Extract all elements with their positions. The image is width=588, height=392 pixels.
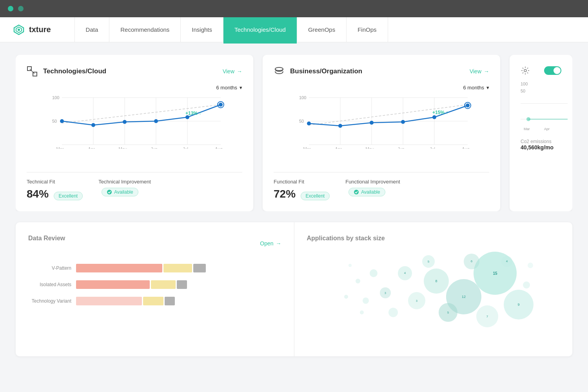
bar-label-1: Isolated Assets: [28, 282, 71, 287]
svg-text:100: 100: [52, 95, 59, 100]
svg-point-74: [388, 308, 398, 317]
card1-chart: 100 50: [27, 94, 242, 164]
svg-point-73: [370, 269, 377, 277]
card1-title-area: Technologies/Cloud: [27, 66, 106, 77]
svg-text:Apr: Apr: [544, 127, 550, 131]
svg-text:Aug: Aug: [462, 147, 470, 149]
card1-title: Technologies/Cloud: [43, 67, 106, 75]
card2-months-selector[interactable]: 6 months ▾: [274, 85, 489, 91]
bar-row-2: Technology Variant: [28, 297, 281, 305]
svg-text:8: 8: [435, 279, 437, 283]
settings-icon[interactable]: [521, 66, 530, 75]
svg-text:Jul: Jul: [430, 147, 435, 149]
bar-seg-2-0: [76, 297, 142, 305]
svg-point-82: [528, 263, 533, 268]
cards-row: Technologies/Cloud View → 6 months ▾ 100…: [16, 55, 572, 211]
nav-finops[interactable]: FinOps: [347, 17, 388, 42]
card2-stat1: Functional Fit 72% Excellent: [274, 179, 330, 200]
bar-seg-0-1: [163, 264, 192, 272]
toggle-knob: [554, 67, 561, 74]
svg-text:15: 15: [493, 271, 497, 276]
svg-point-17: [91, 123, 95, 127]
card1-chart-svg: 100 50: [27, 94, 242, 149]
logo-icon: [13, 24, 25, 36]
toggle-switch[interactable]: [544, 66, 561, 75]
svg-point-21: [219, 103, 223, 107]
co2-card-partial: 100 50 Mar Apr Co2 emissions 40,560kg/mo: [510, 55, 572, 211]
svg-point-44: [370, 121, 374, 125]
check-icon-2: [354, 189, 359, 195]
card2-header: Business/Organization View →: [274, 66, 489, 77]
svg-text:Mar: Mar: [303, 147, 311, 149]
nav-insights[interactable]: Insights: [181, 17, 223, 42]
bar-track-2: [76, 297, 281, 305]
svg-point-81: [523, 281, 530, 289]
bar-seg-2-1: [143, 297, 163, 305]
svg-text:50: 50: [299, 119, 304, 123]
svg-text:Apr: Apr: [88, 147, 94, 149]
bar-seg-1-2: [177, 280, 187, 289]
svg-point-30: [107, 190, 112, 194]
card1-months-selector[interactable]: 6 months ▾: [27, 85, 242, 91]
card3-chart-svg: Mar Apr: [521, 100, 568, 131]
business-card: Business/Organization View → 6 months ▾ …: [263, 55, 500, 211]
card1-stats: Technical Fit 84% Excellent Technical Im…: [27, 179, 242, 200]
check-icon: [107, 189, 112, 195]
data-review-title: Data Review: [28, 235, 65, 242]
svg-text:+13% ↑: +13% ↑: [185, 111, 201, 116]
bubble-chart: 15 12 9 8 7 5 6 4 5 4 3 3: [307, 242, 560, 344]
card3-stat-value: 40,560kg/mo: [521, 144, 561, 151]
app-stack-title: Applications by stack size: [307, 235, 385, 241]
svg-text:7: 7: [486, 315, 488, 318]
card2-stats: Functional Fit 72% Excellent Functional …: [274, 179, 489, 200]
nav-data[interactable]: Data: [74, 17, 110, 42]
svg-point-45: [401, 120, 405, 124]
svg-text:Jun: Jun: [397, 147, 405, 149]
svg-point-56: [354, 190, 359, 194]
svg-text:5: 5: [427, 260, 429, 263]
card1-view-link[interactable]: View →: [223, 68, 242, 74]
svg-text:4: 4: [404, 271, 406, 275]
svg-text:3: 3: [385, 292, 386, 294]
nav-recommendations[interactable]: Recommendations: [109, 17, 181, 42]
card2-title-area: Business/Organization: [274, 66, 362, 77]
card1-stat1: Technical Fit 84% Excellent: [27, 179, 83, 200]
bar-track-1: [76, 280, 281, 289]
card2-view-link[interactable]: View →: [470, 68, 489, 74]
svg-text:Mar: Mar: [524, 127, 530, 131]
card3-stat-label: Co2 emissions: [521, 139, 561, 144]
logo-area: txture: [13, 24, 51, 36]
svg-text:May: May: [119, 147, 127, 149]
svg-line-5: [30, 69, 34, 74]
svg-text:6: 6: [470, 260, 472, 263]
svg-point-84: [348, 264, 352, 267]
svg-point-47: [466, 103, 470, 107]
card1-excellent-badge: Excellent: [54, 192, 83, 200]
svg-text:50: 50: [52, 119, 57, 123]
navbar: txture Data Recommendations Insights Tec…: [0, 17, 588, 42]
bar-seg-2-2: [165, 297, 175, 305]
bar-row-0: V-Pattern: [28, 264, 281, 272]
bar-seg-1-0: [76, 280, 150, 289]
coins-icon: [274, 66, 285, 77]
svg-point-43: [338, 124, 342, 128]
svg-point-18: [123, 120, 127, 124]
main-content: Technologies/Cloud View → 6 months ▾ 100…: [0, 42, 588, 369]
svg-point-83: [344, 295, 348, 299]
bar-seg-0-0: [76, 264, 162, 272]
svg-text:Jun: Jun: [151, 147, 158, 149]
technologies-card: Technologies/Cloud View → 6 months ▾ 100…: [16, 55, 253, 211]
svg-point-46: [432, 115, 436, 119]
nav-technologies[interactable]: Technologies/Cloud: [223, 17, 297, 42]
card1-available-badge: Available: [102, 188, 138, 196]
svg-text:Apr: Apr: [335, 147, 341, 149]
svg-text:100: 100: [299, 95, 306, 100]
svg-point-80: [360, 310, 364, 314]
card2-chart: 100 50: [274, 94, 489, 164]
data-review-open-link[interactable]: Open →: [260, 240, 281, 247]
svg-text:+15% ↑: +15% ↑: [432, 110, 448, 115]
svg-point-16: [60, 119, 64, 123]
app-stack-section: Applications by stack size: [294, 222, 573, 356]
svg-text:Aug: Aug: [215, 147, 223, 149]
nav-greenops[interactable]: GreenOps: [297, 17, 347, 42]
